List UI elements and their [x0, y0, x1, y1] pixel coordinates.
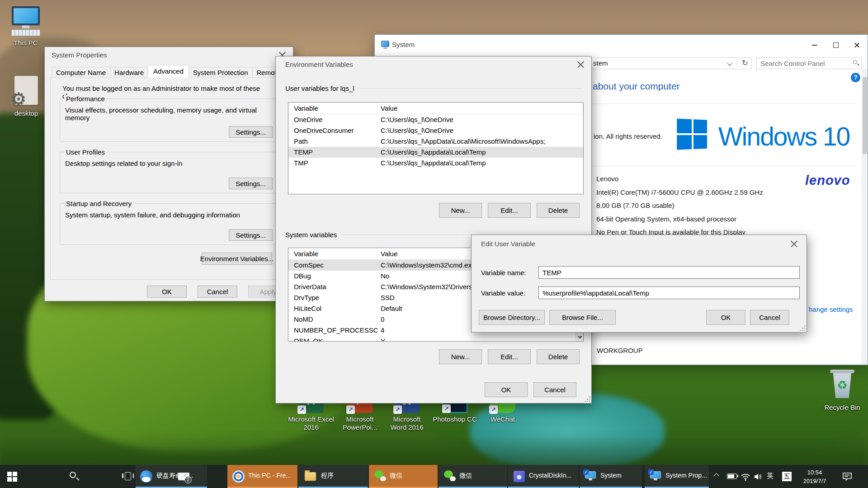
user-profiles-group: User Profiles Desktop settings related t… [60, 152, 277, 193]
refresh-icon[interactable]: ↻ [742, 58, 748, 68]
cancel-button[interactable]: Cancel [198, 286, 237, 298]
action-center-icon[interactable] [842, 471, 853, 481]
search-icon[interactable] [853, 60, 857, 64]
task-button-label: System [600, 472, 622, 479]
task-button-label: This PC - Fre... [248, 472, 291, 479]
browse-directory-button[interactable]: Browse Directory... [479, 310, 545, 325]
scroll-down-icon[interactable] [578, 336, 582, 339]
startup-recovery-settings-button[interactable]: Settings... [229, 229, 273, 241]
tab-computer-name[interactable]: Computer Name [52, 67, 110, 78]
change-settings-link[interactable]: hange settings [809, 305, 853, 313]
tray-time: 10:54 [794, 468, 835, 477]
system-edit-button[interactable]: Edit... [488, 349, 531, 364]
mail-button[interactable]: 2 [87, 465, 108, 488]
list-item[interactable]: TMPC:\Users\lqs_l\appdata\Local\Temp [288, 158, 583, 169]
search-input[interactable] [757, 58, 850, 69]
list-item[interactable]: OneDriveC:\Users\lqs_l\OneDrive [288, 114, 583, 125]
wechat-icon [374, 470, 386, 481]
list-item[interactable]: OneDriveConsumerC:\Users\lqs_l\OneDrive [288, 125, 583, 136]
help-icon[interactable]: ? [851, 73, 860, 82]
user-delete-button[interactable]: Delete [537, 203, 580, 218]
close-icon[interactable] [577, 61, 585, 69]
tab-hardware[interactable]: Hardware [110, 67, 148, 78]
column-value[interactable]: Value [377, 103, 583, 114]
ime-mode-indicator[interactable]: 五 [782, 472, 792, 481]
variable-name-input[interactable] [538, 266, 800, 279]
wechat-task-button-2[interactable]: 微信 [439, 465, 507, 488]
tray-date: 2019/7/7 [794, 477, 835, 485]
clock[interactable]: 10:54 2019/7/7 [794, 468, 835, 485]
wifi-icon[interactable] [741, 472, 750, 481]
speaker-icon[interactable] [753, 472, 763, 481]
resize-grip[interactable] [799, 325, 805, 331]
tab-bar: Computer Name Hardware Advanced System P… [52, 65, 284, 78]
system-delete-button[interactable]: Delete [537, 349, 580, 364]
programs-task-button[interactable]: 程序 [298, 465, 368, 488]
close-icon[interactable] [790, 240, 798, 248]
maximize-button[interactable] [825, 35, 846, 55]
shortcut-arrow-icon: ↗ [346, 405, 355, 414]
scrollbar[interactable] [862, 69, 868, 365]
user-profiles-settings-button[interactable]: Settings... [229, 178, 273, 189]
browse-file-button[interactable]: Browse File... [549, 310, 616, 325]
system-new-button[interactable]: New... [439, 349, 482, 364]
ok-button[interactable]: OK [706, 310, 745, 325]
system-window-titlebar[interactable]: System [375, 35, 868, 55]
desktop-icon-recycle-bin[interactable]: ♻ Recycle Bin [822, 370, 863, 412]
start-button[interactable] [0, 465, 24, 488]
crystaldiskinfo-icon [514, 471, 525, 482]
user-edit-button[interactable]: Edit... [488, 203, 531, 218]
system-window-title: System [392, 41, 415, 48]
tab-system-protection[interactable]: System Protection [189, 67, 253, 78]
everything-search-button[interactable] [207, 465, 226, 488]
scrollbar-thumb[interactable] [863, 77, 867, 154]
list-item-selected[interactable]: TEMPC:\Users\lqs_l\appdata\Local\Temp [288, 147, 583, 158]
environment-variables-button[interactable]: Environment Variables... [202, 253, 272, 265]
list-item[interactable]: OEM_OKY [288, 336, 583, 342]
ime-language-indicator[interactable]: 英 [767, 472, 774, 480]
startup-recovery-desc: System startup, system failure, and debu… [65, 211, 240, 219]
user-profiles-desc: Desktop settings related to your sign-in [65, 160, 182, 167]
user-variables-section-label: User variables for lqs_l [285, 84, 582, 92]
cancel-button[interactable]: Cancel [533, 382, 576, 397]
desktop-icon-this-pc[interactable]: This PC [5, 6, 46, 47]
cancel-button[interactable]: Cancel [750, 310, 789, 325]
wechat-task-button-1[interactable]: 微信 [369, 465, 438, 488]
desktop-icon-desktop-file[interactable]: ⚙ desktop [8, 76, 44, 117]
task-view-button[interactable] [60, 465, 80, 488]
tab-advanced[interactable]: Advanced [148, 65, 189, 78]
advanced-tab-panel: You must be logged on as an Administrato… [50, 77, 288, 280]
close-button[interactable] [846, 35, 868, 55]
column-variable[interactable]: Variable [288, 248, 377, 259]
taskbar-search-button[interactable] [32, 465, 52, 488]
taskbar: 2 硬盘寿命是... This PC - Fre... 程序 微信 微信 [0, 465, 868, 488]
qq-browser-task-button[interactable]: 硬盘寿命是... [136, 465, 207, 488]
crystaldiskinfo-task-button[interactable]: CrystalDiskIn... [508, 465, 579, 488]
folder-icon [305, 472, 316, 481]
list-header[interactable]: Variable Value [288, 103, 583, 114]
ok-button[interactable]: OK [147, 286, 187, 298]
lenovo-logo: lenovo [805, 173, 850, 188]
battery-icon[interactable] [727, 474, 737, 479]
minimize-button[interactable] [804, 35, 825, 55]
reader-app-button[interactable] [112, 465, 131, 488]
spec-ram: 8.00 GB (7.70 GB usable) [596, 202, 675, 209]
chevron-down-icon[interactable] [727, 61, 732, 66]
variable-value-input[interactable] [538, 286, 800, 299]
ok-button[interactable]: OK [485, 382, 528, 397]
system-task-button[interactable]: ✓ System [580, 465, 642, 488]
task-button-label: 微信 [390, 472, 402, 480]
performance-settings-button[interactable]: Settings... [229, 126, 273, 138]
this-pc-task-button[interactable]: This PC - Fre... [227, 465, 297, 488]
dialog-title: Edit User Variable [481, 240, 535, 248]
dialog-title: System Properties [52, 51, 107, 59]
resize-grip[interactable] [584, 396, 590, 402]
column-variable[interactable]: Variable [288, 103, 377, 114]
system-properties-task-button[interactable]: ✓ System Prop... [645, 465, 709, 488]
tray-chevron-up-icon[interactable] [713, 473, 719, 479]
user-new-button[interactable]: New... [439, 203, 482, 218]
user-variables-list[interactable]: Variable Value OneDriveC:\Users\lqs_l\On… [288, 102, 584, 194]
spec-manufacturer: Lenovo [596, 175, 618, 183]
search-box[interactable] [756, 57, 862, 69]
list-item[interactable]: PathC:\Users\lqs_l\AppData\Local\Microso… [288, 136, 583, 147]
